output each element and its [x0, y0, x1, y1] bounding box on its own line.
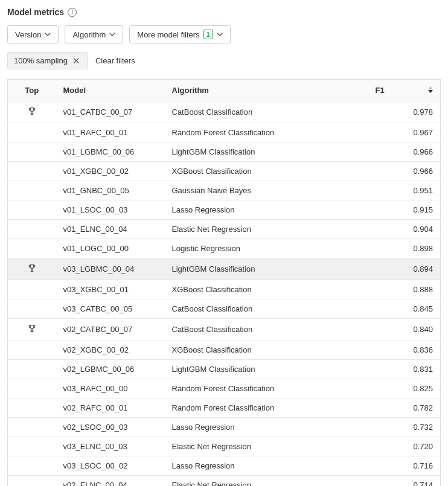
cell-top — [8, 181, 56, 200]
cell-algorithm: LightGBM Classification — [165, 142, 368, 162]
table-row[interactable]: v01_LOGC_00_00Logistic Regression0.898 — [8, 239, 441, 258]
cell-f1: 0.904 — [368, 220, 441, 239]
col-header-top[interactable]: Top — [8, 80, 56, 101]
table-row[interactable]: v01_ELNC_00_04Elastic Net Regression0.90… — [8, 220, 441, 239]
sort-icon — [428, 86, 433, 93]
cell-model: v01_ELNC_00_04 — [56, 220, 165, 239]
table-row[interactable]: v03_RAFC_00_00Random Forest Classificati… — [8, 379, 441, 398]
cell-model: v02_CATBC_00_07 — [56, 319, 165, 341]
cell-top — [8, 476, 56, 487]
algorithm-filter-label: Algorithm — [72, 30, 106, 39]
cell-top — [8, 280, 56, 299]
clear-filters-link[interactable]: Clear filters — [95, 56, 135, 65]
trophy-icon — [27, 263, 37, 273]
cell-algorithm: LightGBM Classification — [165, 258, 368, 280]
more-filters-button[interactable]: More model filters 1 — [129, 25, 230, 43]
cell-algorithm: XGBoost Classification — [165, 280, 368, 299]
info-icon[interactable]: i — [68, 8, 77, 17]
cell-f1: 0.732 — [368, 418, 441, 437]
table-row[interactable]: v01_GNBC_00_05Gaussian Naive Bayes0.951 — [8, 181, 441, 200]
cell-f1: 0.888 — [368, 280, 441, 299]
cell-algorithm: Lasso Regression — [165, 200, 368, 220]
table-row[interactable]: v02_LSOC_00_03Lasso Regression0.732 — [8, 418, 441, 437]
cell-algorithm: Random Forest Classification — [165, 398, 368, 418]
table-row[interactable]: v01_LGBMC_00_06LightGBM Classification0.… — [8, 142, 441, 162]
cell-top — [8, 398, 56, 418]
cell-model: v03_LGBMC_00_04 — [56, 258, 165, 280]
chevron-down-icon — [109, 33, 115, 36]
cell-model: v01_GNBC_00_05 — [56, 181, 165, 200]
cell-algorithm: Elastic Net Regression — [165, 437, 368, 456]
table-row[interactable]: v01_LSOC_00_03Lasso Regression0.915 — [8, 200, 441, 220]
cell-f1: 0.966 — [368, 162, 441, 181]
cell-top — [8, 456, 56, 476]
cell-f1: 0.845 — [368, 299, 441, 319]
table-row[interactable]: v01_RAFC_00_01Random Forest Classificati… — [8, 123, 441, 142]
more-filters-label: More model filters — [137, 30, 199, 39]
cell-top — [8, 162, 56, 181]
cell-model: v02_LGBMC_00_06 — [56, 360, 165, 379]
cell-model: v01_LGBMC_00_06 — [56, 142, 165, 162]
cell-top — [8, 341, 56, 360]
close-icon[interactable]: ✕ — [71, 56, 82, 65]
filter-bar: Version Algorithm More model filters 1 — [7, 25, 441, 43]
cell-model: v02_ELNC_00_04 — [56, 476, 165, 487]
table-row[interactable]: v01_XGBC_00_02XGBoost Classification0.96… — [8, 162, 441, 181]
cell-top — [8, 319, 56, 341]
chevron-down-icon — [45, 33, 51, 36]
cell-model: v03_RAFC_00_00 — [56, 379, 165, 398]
table-row[interactable]: v03_XGBC_00_01XGBoost Classification0.88… — [8, 280, 441, 299]
cell-f1: 0.978 — [368, 101, 441, 123]
cell-model: v01_XGBC_00_02 — [56, 162, 165, 181]
cell-f1: 0.894 — [368, 258, 441, 280]
cell-algorithm: CatBoost Classification — [165, 101, 368, 123]
active-filter-chips: 100% sampling ✕ Clear filters — [7, 52, 441, 69]
version-filter-button[interactable]: Version — [7, 25, 59, 43]
cell-algorithm: LightGBM Classification — [165, 360, 368, 379]
col-header-f1[interactable]: F1 — [368, 80, 441, 101]
table-row[interactable]: v03_LGBMC_00_04LightGBM Classification0.… — [8, 258, 441, 280]
cell-algorithm: Random Forest Classification — [165, 123, 368, 142]
table-row[interactable]: v02_XGBC_00_02XGBoost Classification0.83… — [8, 341, 441, 360]
col-header-f1-label: F1 — [376, 86, 385, 95]
more-filters-badge: 1 — [203, 30, 213, 39]
sampling-chip-label: 100% sampling — [14, 56, 68, 65]
cell-f1: 0.782 — [368, 398, 441, 418]
cell-f1: 0.966 — [368, 142, 441, 162]
cell-model: v03_ELNC_00_03 — [56, 437, 165, 456]
chevron-down-icon — [217, 33, 223, 36]
table-row[interactable]: v02_RAFC_00_01Random Forest Classificati… — [8, 398, 441, 418]
cell-algorithm: Elastic Net Regression — [165, 220, 368, 239]
cell-f1: 0.915 — [368, 200, 441, 220]
cell-model: v01_CATBC_00_07 — [56, 101, 165, 123]
cell-top — [8, 220, 56, 239]
cell-top — [8, 101, 56, 123]
table-row[interactable]: v03_ELNC_00_03Elastic Net Regression0.72… — [8, 437, 441, 456]
cell-algorithm: CatBoost Classification — [165, 319, 368, 341]
col-header-algorithm[interactable]: Algorithm — [165, 80, 368, 101]
cell-algorithm: XGBoost Classification — [165, 162, 368, 181]
cell-f1: 0.951 — [368, 181, 441, 200]
algorithm-filter-button[interactable]: Algorithm — [65, 25, 123, 43]
cell-f1: 0.720 — [368, 437, 441, 456]
table-row[interactable]: v02_CATBC_00_07CatBoost Classification0.… — [8, 319, 441, 341]
cell-top — [8, 200, 56, 220]
cell-model: v02_LSOC_00_03 — [56, 418, 165, 437]
table-header-row: Top Model Algorithm F1 — [8, 80, 441, 101]
table-row[interactable]: v02_ELNC_00_04Elastic Net Regression0.71… — [8, 476, 441, 487]
table-row[interactable]: v03_CATBC_00_05CatBoost Classification0.… — [8, 299, 441, 319]
col-header-model[interactable]: Model — [56, 80, 165, 101]
trophy-icon — [27, 324, 37, 333]
cell-algorithm: Logistic Regression — [165, 239, 368, 258]
cell-top — [8, 123, 56, 142]
cell-algorithm: XGBoost Classification — [165, 341, 368, 360]
cell-f1: 0.967 — [368, 123, 441, 142]
cell-model: v01_LOGC_00_00 — [56, 239, 165, 258]
sampling-chip: 100% sampling ✕ — [7, 52, 88, 69]
table-row[interactable]: v01_CATBC_00_07CatBoost Classification0.… — [8, 101, 441, 123]
table-row[interactable]: v02_LGBMC_00_06LightGBM Classification0.… — [8, 360, 441, 379]
table-row[interactable]: v03_LSOC_00_02Lasso Regression0.716 — [8, 456, 441, 476]
cell-f1: 0.714 — [368, 476, 441, 487]
cell-top — [8, 299, 56, 319]
cell-top — [8, 142, 56, 162]
